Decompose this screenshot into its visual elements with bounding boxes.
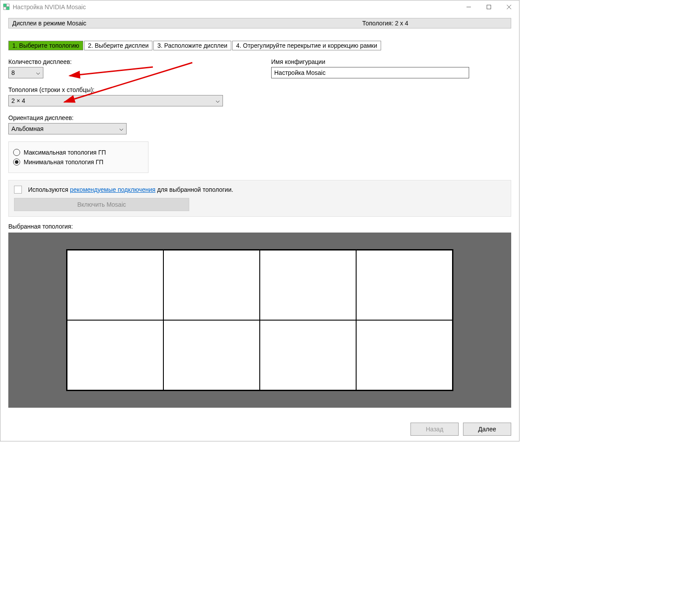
radio-icon	[13, 159, 20, 166]
orientation-select[interactable]: Альбомная	[8, 123, 127, 134]
svg-rect-2	[4, 7, 6, 10]
info-text: Используются рекомендуемые подключения д…	[28, 186, 233, 193]
app-window: Настройка NVIDIA Mosaic Дисплеи в режиме…	[0, 0, 520, 441]
topology-select[interactable]: 2 × 4	[8, 95, 223, 106]
orientation-label: Ориентация дисплеев:	[8, 114, 245, 121]
preview-label: Выбранная топология:	[8, 223, 511, 230]
chevron-down-icon	[119, 125, 124, 132]
config-name-label: Имя конфигурации	[271, 58, 481, 65]
displays-count-select[interactable]: 8	[8, 67, 43, 78]
window-controls	[459, 0, 519, 14]
recommended-connections-checkbox[interactable]	[14, 186, 22, 194]
enable-mosaic-button[interactable]: Включить Mosaic	[14, 198, 189, 211]
displays-count-value: 8	[11, 69, 15, 76]
radio-min-label: Минимальная топология ГП	[24, 159, 103, 166]
tab-position-displays[interactable]: 3. Расположите дисплеи	[153, 41, 231, 50]
radio-icon	[13, 149, 20, 156]
gpu-topology-group: Максимальная топология ГП Минимальная то…	[8, 141, 148, 173]
topology-value: 2 × 4	[11, 97, 25, 104]
display-cell	[163, 250, 260, 320]
topology-grid	[66, 249, 453, 391]
header-bar: Дисплеи в режиме Mosaic Топология: 2 x 4	[8, 18, 511, 28]
info-row: Используются рекомендуемые подключения д…	[14, 186, 506, 194]
topology-label: Топология (строки х столбцы):	[8, 86, 245, 93]
tab-select-topology[interactable]: 1. Выберите топологию	[8, 41, 83, 50]
next-button[interactable]: Далее	[463, 423, 511, 436]
displays-count-label: Количество дисплеев:	[8, 58, 245, 65]
form-area: Количество дисплеев: 8 Топология (строки…	[8, 58, 511, 173]
wizard-footer: Назад Далее	[0, 417, 519, 441]
chevron-down-icon	[36, 69, 40, 76]
orientation-value: Альбомная	[11, 125, 43, 132]
display-cell	[260, 320, 356, 390]
svg-line-9	[70, 67, 153, 76]
maximize-button[interactable]	[479, 0, 499, 14]
app-icon	[3, 4, 10, 11]
info-box: Используются рекомендуемые подключения д…	[8, 180, 511, 217]
tab-adjust-overlap[interactable]: 4. Отрегулируйте перекрытие и коррекцию …	[232, 41, 381, 50]
display-cell	[356, 320, 453, 390]
display-cell	[356, 250, 453, 320]
svg-rect-5	[487, 5, 491, 9]
svg-rect-1	[7, 4, 9, 7]
chevron-down-icon	[216, 97, 220, 104]
svg-rect-0	[4, 4, 6, 7]
header-right-label: Топология: 2 x 4	[260, 20, 511, 27]
recommended-connections-link[interactable]: рекомендуемые подключения	[70, 186, 156, 193]
radio-max-label: Максимальная топология ГП	[24, 149, 106, 156]
display-cell	[67, 320, 163, 390]
titlebar: Настройка NVIDIA Mosaic	[0, 0, 519, 14]
back-button[interactable]: Назад	[410, 423, 459, 436]
config-name-input[interactable]: Настройка Mosaic	[271, 67, 469, 78]
content-area: Дисплеи в режиме Mosaic Топология: 2 x 4…	[0, 14, 519, 417]
config-name-value: Настройка Mosaic	[274, 69, 325, 76]
radio-max-gpu-topology[interactable]: Максимальная топология ГП	[13, 149, 144, 156]
window-title: Настройка NVIDIA Mosaic	[13, 4, 459, 11]
display-cell	[163, 320, 260, 390]
display-cell	[67, 250, 163, 320]
minimize-button[interactable]	[459, 0, 479, 14]
form-right-column: Имя конфигурации Настройка Mosaic	[271, 58, 481, 173]
close-button[interactable]	[499, 0, 519, 14]
form-left-column: Количество дисплеев: 8 Топология (строки…	[8, 58, 245, 173]
wizard-tabs: 1. Выберите топологию 2. Выберите диспле…	[8, 41, 511, 50]
topology-preview	[8, 233, 511, 408]
display-cell	[260, 250, 356, 320]
svg-rect-3	[7, 7, 9, 10]
tab-select-displays[interactable]: 2. Выберите дисплеи	[84, 41, 153, 50]
header-left-label: Дисплеи в режиме Mosaic	[9, 20, 260, 27]
radio-min-gpu-topology[interactable]: Минимальная топология ГП	[13, 159, 144, 166]
